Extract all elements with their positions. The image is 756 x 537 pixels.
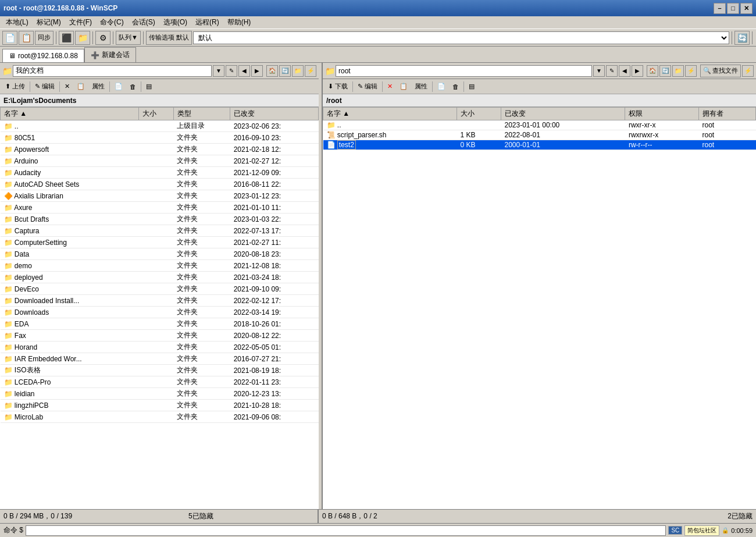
left-row-16[interactable]: 📁 Downloads文件夹2022-03-14 19: [1, 307, 319, 318]
right-download-button[interactable]: ⬇ 下载 [325, 80, 351, 93]
menu-item-选项(O)[interactable]: 选项(O) [160, 16, 191, 29]
left-row-0[interactable]: 📁 ..上级目录2023-02-06 23: [1, 120, 319, 132]
right-row-2[interactable]: 📄 test20 KB2000-01-01rw-r--r--root [323, 140, 756, 150]
left-upload-button[interactable]: ⬆ 上传 [2, 80, 28, 93]
left-back-button[interactable]: ◀ [238, 65, 250, 77]
left-row-12[interactable]: 📁 demo文件夹2021-12-08 18: [1, 260, 319, 272]
left-row-9[interactable]: 📁 Captura文件夹2022-07-13 17: [1, 225, 319, 237]
left-row-14[interactable]: 📁 DevEco文件夹2021-09-10 09: [1, 283, 319, 295]
right-properties-button[interactable]: 属性 [412, 80, 430, 93]
tb-settings-button[interactable]: ⚙ [95, 31, 110, 45]
right-new-button[interactable]: 📄 [434, 80, 448, 93]
left-col-name[interactable]: 名字 ▲ [1, 108, 139, 120]
left-properties-button[interactable]: 属性 [89, 80, 108, 93]
left-row-11[interactable]: 📁 Data文件夹2020-08-18 23: [1, 248, 319, 260]
right-find-button[interactable]: 🔍 查找文件 [700, 65, 741, 77]
tb-queue-button[interactable]: 队列▼ [116, 31, 141, 45]
right-delete-button[interactable]: 🗑 [450, 80, 462, 93]
left-fwd-button[interactable]: ▶ [251, 65, 263, 77]
left-row-7[interactable]: 📁 Axure文件夹2021-01-10 11: [1, 202, 319, 214]
maximize-button[interactable]: □ [727, 3, 739, 14]
left-col-modified[interactable]: 已改变 [230, 108, 319, 120]
right-col-modified[interactable]: 已改变 [501, 108, 625, 120]
transfer-dropdown[interactable]: 默认 [193, 31, 729, 44]
menu-item-帮助(H)[interactable]: 帮助(H) [224, 16, 255, 29]
tb-new-button[interactable]: 📄 [2, 31, 17, 45]
tb-copy-button[interactable]: 📋 [19, 31, 34, 45]
left-addr-btn1[interactable]: ▼ [213, 65, 224, 77]
tb-sync-button[interactable]: 同步 [35, 31, 54, 45]
left-row-2[interactable]: 📁 Apowersoft文件夹2021-02-18 12: [1, 144, 319, 155]
left-addr-btn2[interactable]: ✎ [226, 65, 237, 77]
left-row-19[interactable]: 📁 Horand文件夹2022-05-05 01: [1, 342, 319, 353]
left-extra-button[interactable]: ⚡ [305, 65, 316, 77]
right-fwd-button[interactable]: ▶ [632, 65, 643, 77]
left-row-21[interactable]: 📁 ISO表格文件夹2021-08-19 18: [1, 365, 319, 376]
left-close-button[interactable]: ✕ [62, 80, 73, 93]
right-home-button[interactable]: 🏠 [647, 65, 658, 77]
right-back-button[interactable]: ◀ [619, 65, 630, 77]
right-addr-btn2[interactable]: ✎ [606, 65, 618, 77]
right-edit-button[interactable]: ✎ 编辑 [355, 80, 380, 93]
right-copy-button[interactable]: 📋 [397, 80, 411, 93]
minimize-button[interactable]: – [714, 3, 726, 14]
left-col-size[interactable]: 大小 [138, 108, 173, 120]
left-delete-button[interactable]: 🗑 [127, 80, 139, 93]
tb-refresh-button[interactable]: 🔄 [734, 31, 750, 45]
left-view-button[interactable]: ▤ [143, 80, 155, 93]
left-row-23[interactable]: 📁 leidian文件夹2020-12-23 13: [1, 388, 319, 400]
left-row-20[interactable]: 📁 IAR Embedded Wor...文件夹2016-07-27 21: [1, 353, 319, 365]
left-row-15[interactable]: 📁 Downloaded Install...文件夹2022-02-12 17: [1, 295, 319, 307]
left-new-button[interactable]: 📄 [112, 80, 126, 93]
left-row-10[interactable]: 📁 ComputerSetting文件夹2021-02-27 11: [1, 237, 319, 248]
right-close-button[interactable]: ✕ [384, 80, 395, 93]
left-row-6[interactable]: 🔶 Axialis Librarian文件夹2023-01-12 23: [1, 190, 319, 202]
left-row-8[interactable]: 📁 Bcut Drafts文件夹2023-01-03 22: [1, 214, 319, 225]
right-file-list[interactable]: 名字 ▲ 大小 已改变 权限 拥有者 📁 ..2023-01-01 00:00r… [323, 107, 756, 509]
right-col-owner[interactable]: 拥有者 [699, 108, 756, 120]
tb-transfer-button[interactable]: 传输选项 默认 [146, 31, 192, 45]
right-row-0[interactable]: 📁 ..2023-01-01 00:00rwxr-xr-xroot [323, 120, 756, 130]
right-addr-input[interactable] [336, 65, 592, 77]
left-row-5[interactable]: 📁 AutoCAD Sheet Sets文件夹2016-08-11 22: [1, 179, 319, 190]
session-tab-0[interactable]: 🖥root@192.168.0.88 [2, 49, 84, 62]
left-row-1[interactable]: 📁 80C51文件夹2016-09-10 23: [1, 132, 319, 144]
left-row-25[interactable]: 📁 MicroLab文件夹2021-09-06 08: [1, 411, 319, 423]
left-col-type[interactable]: 类型 [173, 108, 230, 120]
right-col-name[interactable]: 名字 ▲ [323, 108, 457, 120]
menu-item-远程(R)[interactable]: 远程(R) [192, 16, 223, 29]
left-edit-button[interactable]: ✎ 编辑 [32, 80, 58, 93]
close-button[interactable]: ✕ [740, 3, 753, 14]
right-addr-btn1[interactable]: ▼ [593, 65, 605, 77]
menu-item-本地(L)[interactable]: 本地(L) [2, 16, 32, 29]
session-tab-1[interactable]: ➕新建会话 [84, 47, 136, 62]
tb-stop-button[interactable]: ⬛ [59, 31, 74, 45]
left-row-4[interactable]: 📁 Audacity文件夹2021-12-09 09: [1, 167, 319, 179]
menu-item-文件(F)[interactable]: 文件(F) [66, 16, 95, 29]
left-newdir-button[interactable]: 📁 [292, 65, 304, 77]
left-copy-button[interactable]: 📋 [74, 80, 88, 93]
left-row-17[interactable]: 📁 EDA文件夹2018-10-26 01: [1, 318, 319, 330]
right-row-1[interactable]: 📜 script_parser.sh1 KB2022-08-01rwxrwxr-… [323, 130, 756, 140]
left-addr-input[interactable] [13, 65, 212, 77]
right-find-extra[interactable]: ⚡ [742, 65, 754, 77]
left-row-3[interactable]: 📁 Arduino文件夹2021-02-27 12: [1, 155, 319, 167]
left-row-24[interactable]: 📁 lingzhiPCB文件夹2021-10-28 18: [1, 400, 319, 411]
right-col-permissions[interactable]: 权限 [625, 108, 699, 120]
tb-icon3[interactable]: 📁 [75, 31, 90, 45]
cmd-input[interactable] [26, 525, 666, 536]
left-row-13[interactable]: 📁 deployed文件夹2021-03-24 18: [1, 272, 319, 283]
right-newdir-button[interactable]: 📁 [672, 65, 684, 77]
left-row-22[interactable]: 📁 LCEDA-Pro文件夹2022-01-11 23: [1, 376, 319, 388]
menu-item-标记(M)[interactable]: 标记(M) [33, 16, 65, 29]
right-view-button[interactable]: ▤ [466, 80, 477, 93]
menu-item-命令(C)[interactable]: 命令(C) [97, 16, 127, 29]
right-extra-button[interactable]: ⚡ [685, 65, 697, 77]
left-home-button[interactable]: 🏠 [266, 65, 278, 77]
left-file-list[interactable]: 名字 ▲ 大小 类型 已改变 📁 ..上级目录2023-02-06 23:📁 8… [0, 107, 319, 509]
right-refresh-button[interactable]: 🔄 [659, 65, 671, 77]
menu-item-会话(S)[interactable]: 会话(S) [129, 16, 159, 29]
right-col-size[interactable]: 大小 [457, 108, 501, 120]
left-row-18[interactable]: 📁 Fax文件夹2020-08-12 22: [1, 330, 319, 342]
left-refresh-button[interactable]: 🔄 [279, 65, 291, 77]
